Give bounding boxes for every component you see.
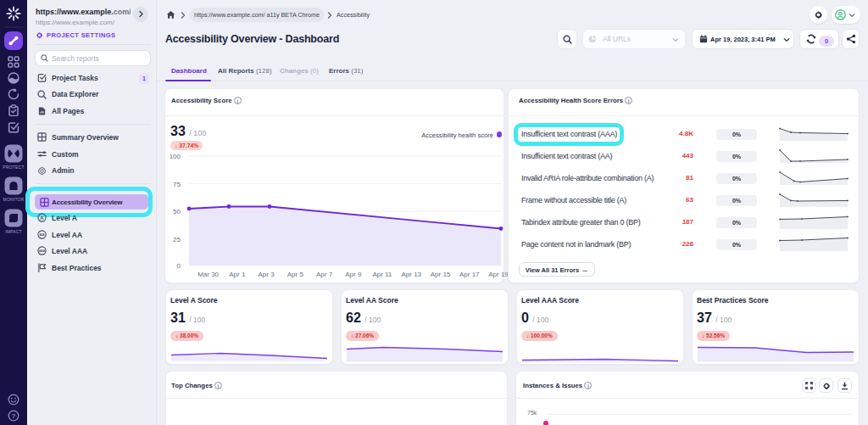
svg-text:Apr 13: Apr 13 [402, 271, 422, 278]
svg-text:Apr 17: Apr 17 [459, 271, 480, 278]
svg-text:Apr 3: Apr 3 [259, 271, 275, 278]
svg-text:100: 100 [170, 153, 181, 160]
svg-text:Apr 7: Apr 7 [316, 271, 333, 278]
svg-text:AAA: AAA [39, 249, 46, 253]
svg-text:75: 75 [173, 181, 181, 188]
svg-text:Apr 1: Apr 1 [229, 271, 246, 278]
svg-text:0: 0 [177, 262, 181, 270]
svg-text:Apr 15: Apr 15 [431, 271, 451, 278]
svg-text:Apr 9: Apr 9 [345, 271, 362, 278]
svg-text:?: ? [12, 412, 16, 420]
svg-text:25: 25 [173, 236, 181, 243]
svg-text:Apr 19: Apr 19 [488, 271, 509, 278]
svg-text:Mar 30: Mar 30 [198, 271, 219, 278]
svg-text:AA: AA [39, 232, 44, 237]
svg-text:50: 50 [173, 208, 181, 215]
svg-text:Apr 11: Apr 11 [373, 271, 393, 278]
svg-text:A: A [40, 215, 44, 221]
svg-text:Apr 5: Apr 5 [287, 271, 304, 278]
